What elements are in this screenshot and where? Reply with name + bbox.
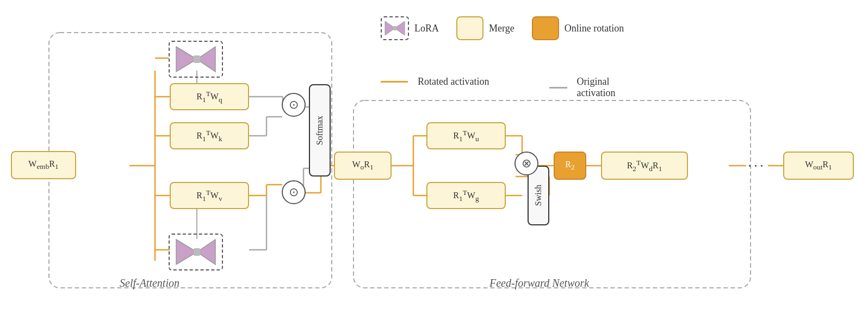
wout-node: WoutR1: [783, 152, 854, 180]
r2-label: R2: [565, 160, 574, 172]
r1wu-label: R1TWu: [453, 129, 479, 143]
legend-merge: Merge: [456, 16, 514, 40]
legend-lora: LoRA: [381, 16, 439, 40]
lora-top-node: [169, 41, 223, 78]
ffn-label: Feed-forward Network: [489, 277, 589, 289]
r1wq-node: R1TWq: [170, 83, 249, 110]
lora-bottom-node: [169, 234, 223, 270]
dots-node: ···: [748, 158, 766, 175]
swish-node: Swish: [528, 166, 549, 225]
r1wg-node: R1TWg: [426, 182, 506, 209]
svg-rect-50: [194, 55, 200, 63]
otimes-symbol: ⊗: [522, 156, 531, 171]
odot1-node: ⊙: [282, 93, 306, 117]
bowtie-icon: [384, 20, 406, 36]
rotated-activation-label: Rotated activation: [418, 76, 489, 87]
softmax-node: Softmax: [309, 84, 331, 177]
diagram-container: LoRA Merge Online rotation Rotated activ…: [0, 0, 868, 315]
original-activation-label: Original activation: [577, 76, 625, 99]
softmax-label: Softmax: [315, 116, 325, 145]
legend: LoRA Merge Online rotation Rotated activ…: [381, 16, 624, 40]
legend-merge-box: [456, 16, 483, 40]
lora-bottom-bowtie: [174, 237, 218, 267]
r2wdr1-label: R2TWdR1: [627, 159, 662, 173]
odot1-symbol: ⊙: [289, 98, 299, 112]
legend-lora-label: LoRA: [414, 23, 439, 34]
wor1-node: WoR1: [334, 152, 392, 180]
svg-rect-47: [393, 26, 396, 30]
r1wv-node: R1TWv: [170, 182, 249, 209]
wout-label: WoutR1: [805, 160, 832, 172]
lora-top-bowtie: [174, 45, 218, 74]
wor1-label: WoR1: [352, 160, 373, 172]
self-attention-label: Self-Attention: [120, 277, 179, 289]
odot2-node: ⊙: [282, 180, 306, 204]
legend-online-rotation: Online rotation: [532, 16, 624, 40]
r1wk-node: R1TWk: [170, 122, 249, 149]
legend-lora-box: [381, 16, 409, 40]
legend-merge-label: Merge: [489, 23, 514, 34]
r1wg-label: R1TWg: [453, 188, 479, 203]
legend-online-box: [532, 16, 559, 40]
r2-node: R2: [554, 152, 586, 180]
legend-original-activation: Original activation: [549, 76, 625, 99]
r1wu-node: R1TWu: [426, 122, 506, 149]
r1wv-label: R1TWv: [196, 188, 222, 203]
legend-online-rotation-label: Online rotation: [565, 23, 624, 34]
legend-rotated-activation: Rotated activation: [381, 76, 489, 87]
r1wq-label: R1TWq: [196, 90, 222, 104]
swish-label: Swish: [534, 185, 543, 206]
r1wk-label: R1TWk: [196, 129, 222, 143]
original-activation-line: [549, 87, 567, 89]
diagram-svg: [0, 0, 868, 315]
svg-rect-53: [194, 248, 200, 256]
r2wdr1-node: R2TWdR1: [601, 152, 688, 180]
otimes-node: ⊗: [514, 152, 538, 175]
rotated-activation-line: [381, 81, 408, 83]
w-emb-node: WembR1: [11, 151, 76, 179]
odot2-symbol: ⊙: [289, 185, 299, 199]
w-emb-label: WembR1: [28, 159, 58, 171]
